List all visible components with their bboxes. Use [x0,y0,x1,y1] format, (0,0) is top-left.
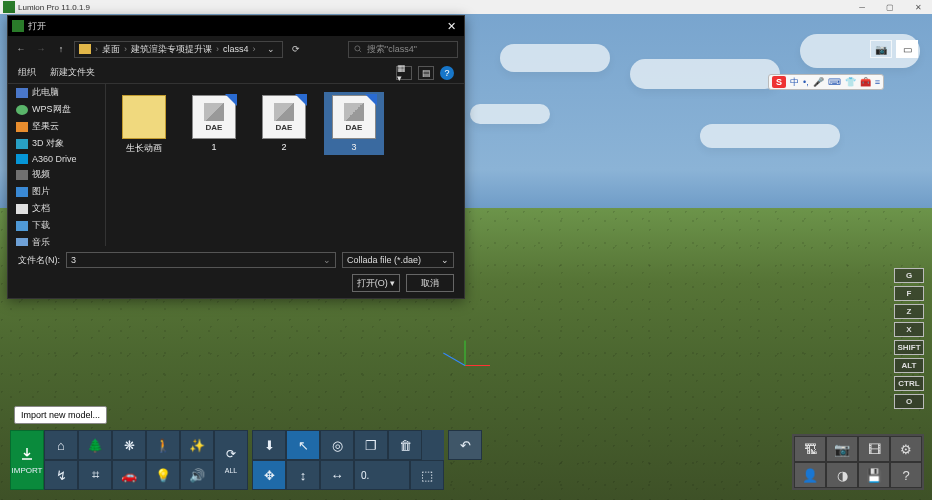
cancel-button[interactable]: 取消 [406,274,454,292]
file-item-3[interactable]: DAE3 [324,92,384,155]
file-label: 2 [281,142,286,152]
tree-item-2[interactable]: 坚果云 [8,118,105,135]
dialog-titlebar[interactable]: 打开 ✕ [8,16,464,36]
copy-tool[interactable]: ❐ [354,430,388,460]
fx-button[interactable]: ✨ [180,430,214,460]
filename-dropdown-icon[interactable]: ⌄ [323,255,331,265]
screen-record-icon[interactable]: ▭ [896,40,918,58]
preview-pane-button[interactable]: ▤ [418,66,434,80]
path-seg-2[interactable]: class4 [223,44,249,54]
photo-mode-button[interactable]: 📷 [826,436,858,462]
undo-panel: ↶ [448,430,482,460]
newfolder-button[interactable]: 新建文件夹 [50,66,95,79]
delete-tool[interactable]: 🗑 [388,430,422,460]
tree-item-icon [16,204,28,214]
folder-tree[interactable]: 此电脑WPS网盘坚果云3D 对象A360 Drive视频图片文档下载音乐桌面OS… [8,84,106,246]
organize-menu[interactable]: 组织 [18,66,36,79]
place-tool[interactable]: ⬇ [252,430,286,460]
nav-forward-button[interactable]: → [34,44,48,54]
filename-input[interactable]: 3 ⌄ [66,252,336,268]
ime-keyboard-icon[interactable]: ⌨ [828,77,841,87]
ime-toolbox-icon[interactable]: 🧰 [860,77,871,87]
tree-item-0[interactable]: 此电脑 [8,84,105,101]
tree-item-label: A360 Drive [32,154,77,164]
path-seg-1[interactable]: 建筑渲染专项提升课 [131,43,212,56]
minimize-button[interactable]: ─ [848,0,876,14]
bottom-toolbar: IMPORT ⌂ ↯ 🌲 ⌗ ❋ 🚗 🚶 💡 ✨ 🔊 [10,430,482,490]
select-tool[interactable]: ↖ [286,430,320,460]
ime-mode[interactable]: 中 [790,76,799,89]
file-list[interactable]: 生长动画DAE1DAE2DAE3 [106,84,464,246]
dae-thumb: DAE [332,95,376,139]
theatre-button[interactable]: ◑ [826,462,858,488]
close-button[interactable]: ✕ [904,0,932,14]
app-icon [3,1,15,13]
photo-set-button[interactable]: 👤 [794,462,826,488]
undo-button[interactable]: ↶ [448,430,482,460]
dialog-nav: ← → ↑ › 桌面 › 建筑渲染专项提升课 › class4 › ⌄ ⟳ 搜索… [8,36,464,62]
nature-button[interactable]: ⌂ [44,430,78,460]
nav-back-button[interactable]: ← [14,44,28,54]
tree-item-8[interactable]: 下载 [8,217,105,234]
filetype-select[interactable]: Collada file (*.dae) ⌄ [342,252,454,268]
search-input[interactable]: 搜索"class4" [348,41,458,58]
ime-mic-icon[interactable]: 🎤 [813,77,824,87]
settings-button[interactable]: ⚙ [890,436,922,462]
car-button[interactable]: 🚗 [112,460,146,490]
vertical-tool[interactable]: ↕ [286,460,320,490]
ime-punct-icon[interactable]: •, [803,77,809,87]
ime-toolbar[interactable]: S 中 •, 🎤 ⌨ 👕 🧰 ≡ [768,74,884,90]
os-titlebar: Lumion Pro 11.0.1.9 ─ ▢ ✕ [0,0,932,14]
trash-place-button[interactable]: ↯ [44,460,78,490]
camera-record-icon[interactable]: 📷 [870,40,892,58]
file-item-0[interactable]: 生长动画 [114,92,174,158]
tree-item-label: 下载 [32,219,50,232]
build-mode-button[interactable]: 🏗 [794,436,826,462]
tree-item-9[interactable]: 音乐 [8,234,105,246]
key-ctrl: CTRL [894,376,924,391]
tree-item-4[interactable]: A360 Drive [8,152,105,166]
tree-cluster-button[interactable]: ❋ [112,430,146,460]
filetype-dropdown-icon[interactable]: ⌄ [441,255,449,265]
tree-item-label: 图片 [32,185,50,198]
file-item-1[interactable]: DAE1 [184,92,244,155]
nav-up-button[interactable]: ↑ [54,44,68,54]
tree-item-label: 视频 [32,168,50,181]
key-shift: SHIFT [894,340,924,355]
help-button[interactable]: ? [890,462,922,488]
dialog-help-button[interactable]: ? [440,66,454,80]
sound-button[interactable]: 🔊 [180,460,214,490]
fence-button[interactable]: ⌗ [78,460,112,490]
tree-item-label: 音乐 [32,236,50,246]
view-mode-button[interactable]: ▦ ▾ [396,66,412,80]
tree-single-button[interactable]: 🌲 [78,430,112,460]
tree-item-3[interactable]: 3D 对象 [8,135,105,152]
path-bar[interactable]: › 桌面 › 建筑渲染专项提升课 › class4 › ⌄ [74,41,283,58]
ime-menu-icon[interactable]: ≡ [875,77,880,87]
focus-tool[interactable]: ◎ [320,430,354,460]
path-seg-0[interactable]: 桌面 [102,43,120,56]
tree-item-6[interactable]: 图片 [8,183,105,200]
movie-mode-button[interactable]: 🎞 [858,436,890,462]
import-button[interactable]: IMPORT [10,430,44,490]
value-input[interactable]: 0. [354,460,410,490]
path-dropdown-icon[interactable]: ⌄ [264,44,278,54]
refresh-button[interactable]: ⟳ [289,44,303,54]
maximize-button[interactable]: ▢ [876,0,904,14]
dialog-close-button[interactable]: ✕ [438,16,464,36]
scale-tool[interactable]: ↔ [320,460,354,490]
svg-point-0 [355,46,360,51]
file-item-2[interactable]: DAE2 [254,92,314,155]
all-button[interactable]: ⟳ ALL [214,430,248,490]
light-button[interactable]: 💡 [146,460,180,490]
save-scene-button[interactable]: 💾 [858,462,890,488]
person-walk-button[interactable]: 🚶 [146,430,180,460]
tree-item-7[interactable]: 文档 [8,200,105,217]
tree-item-icon [16,187,28,197]
open-button[interactable]: 打开(O) ▾ [352,274,400,292]
tree-item-1[interactable]: WPS网盘 [8,101,105,118]
tree-item-5[interactable]: 视频 [8,166,105,183]
move-tool[interactable]: ✥ [252,460,286,490]
ime-skin-icon[interactable]: 👕 [845,77,856,87]
selection-box-tool[interactable]: ⬚ [410,460,444,490]
